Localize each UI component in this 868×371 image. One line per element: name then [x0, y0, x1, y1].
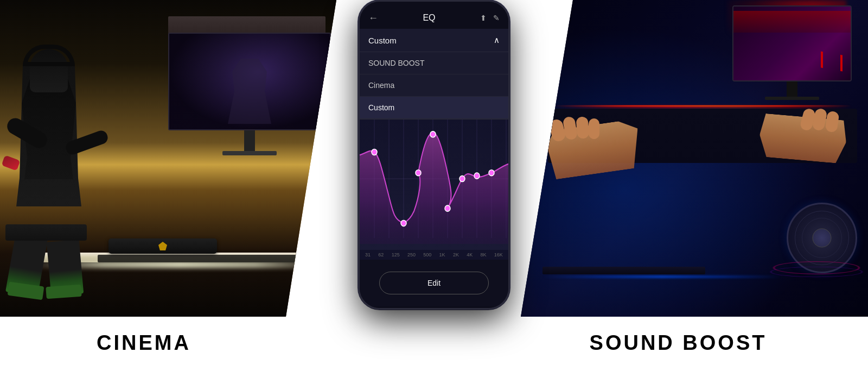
freq-16k: 16K	[494, 252, 503, 257]
sound-boost-panel	[521, 0, 868, 317]
svg-point-16	[459, 176, 465, 182]
freq-125: 125	[392, 252, 400, 257]
freq-500: 500	[423, 252, 431, 257]
phone: ← EQ ⬆ ✎ Custom ∧ SOUND BOOST	[358, 0, 510, 310]
sound-boost-label: SOUND BOOST	[488, 331, 868, 355]
edit-icon[interactable]: ✎	[493, 14, 500, 22]
share-icon[interactable]: ⬆	[480, 14, 487, 22]
freq-250: 250	[407, 252, 416, 257]
eq-graph	[360, 120, 508, 250]
svg-point-12	[401, 220, 406, 226]
cinema-label: CINEMA	[0, 331, 288, 355]
svg-point-14	[430, 131, 436, 137]
svg-point-11	[372, 149, 377, 155]
phone-header: ← EQ ⬆ ✎	[360, 2, 508, 29]
eq-dropdown-menu: SOUND BOOST Cinema Custom	[360, 52, 508, 119]
svg-point-15	[445, 205, 450, 211]
freq-4k: 4K	[467, 252, 473, 257]
freq-1k: 1K	[439, 252, 445, 257]
freq-8k: 8K	[481, 252, 487, 257]
svg-point-18	[489, 170, 494, 176]
svg-point-17	[474, 173, 480, 179]
phone-bottom-bar	[360, 306, 508, 310]
cinema-scene	[0, 0, 336, 317]
chevron-up-icon: ∧	[494, 35, 500, 45]
freq-62: 62	[378, 252, 384, 257]
eq-selected-value: Custom	[368, 36, 397, 45]
phone-container: ← EQ ⬆ ✎ Custom ∧ SOUND BOOST	[358, 0, 510, 310]
cinema-panel	[0, 0, 336, 317]
sound-boost-scene	[521, 0, 868, 317]
eq-menu-item-custom[interactable]: Custom	[360, 97, 508, 119]
eq-title: EQ	[423, 13, 435, 23]
phone-header-icons: ⬆ ✎	[480, 14, 500, 22]
eq-content: Custom ∧ SOUND BOOST Cinema Custom	[360, 29, 508, 306]
freq-2k: 2K	[453, 252, 459, 257]
svg-point-13	[416, 170, 421, 176]
eq-frequency-labels: 31 62 125 250 500 1K 2K 4K 8K 16K	[360, 250, 508, 260]
eq-dropdown[interactable]: Custom ∧ SOUND BOOST Cinema Custom	[360, 29, 508, 120]
edit-button[interactable]: Edit	[379, 272, 489, 294]
eq-menu-item-cinema[interactable]: Cinema	[360, 74, 508, 97]
eq-dropdown-header[interactable]: Custom ∧	[360, 29, 508, 52]
eq-menu-item-soundboost[interactable]: SOUND BOOST	[360, 52, 508, 74]
main-scene: CINEMA	[0, 0, 868, 371]
back-button[interactable]: ←	[368, 12, 378, 24]
freq-31: 31	[365, 252, 371, 257]
